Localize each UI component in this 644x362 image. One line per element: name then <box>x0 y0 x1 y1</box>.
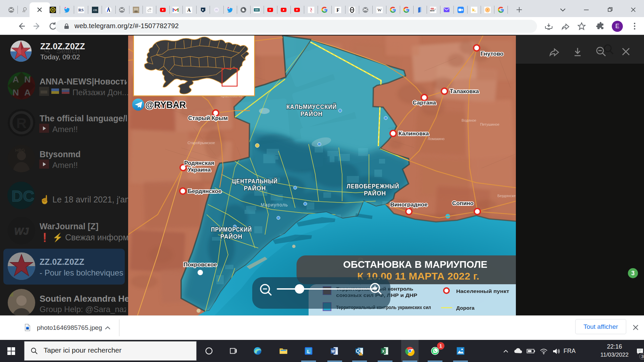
svg-text:Старый Крым: Старый Крым <box>188 115 228 121</box>
svg-text:N: N <box>24 74 31 84</box>
svg-text:СтароКрымское: СтароКрымское <box>187 141 215 145</box>
svg-text:Петушиное: Петушиное <box>480 122 499 126</box>
svg-text:ЛЕВОБЕРЕЖНЫЙ: ЛЕВОБЕРЕЖНЫЙ <box>347 183 399 190</box>
svg-text:WAR: WAR <box>430 10 434 12</box>
svg-text:R: R <box>16 115 26 131</box>
svg-text:.C: .C <box>434 9 436 10</box>
svg-text:Дорога: Дорога <box>456 305 475 311</box>
svg-text:ОБСТАНОВКА В МАРИУПОЛЕ: ОБСТАНОВКА В МАРИУПОЛЕ <box>343 259 487 270</box>
svg-text:A: A <box>24 87 31 98</box>
svg-text:CIC: CIC <box>255 9 259 11</box>
svg-text:РАЙОН: РАЙОН <box>301 110 323 117</box>
svg-text:РАЙОН: РАЙОН <box>220 233 243 240</box>
svg-text:k.: k. <box>472 7 476 12</box>
svg-text:F: F <box>336 7 339 13</box>
svg-text:X: X <box>382 349 385 353</box>
svg-text:R: R <box>52 8 54 12</box>
svg-text:Калиновка: Калиновка <box>398 130 429 137</box>
svg-text:Гнутово: Гнутово <box>481 51 503 57</box>
svg-text:Ломакино: Ломакино <box>428 137 444 141</box>
svg-text:N: N <box>12 87 19 98</box>
svg-text:L: L <box>307 349 310 354</box>
svg-text:W: W <box>331 349 335 353</box>
svg-text:DC: DC <box>11 187 34 205</box>
svg-text:Украина: Украина <box>188 167 211 173</box>
svg-text:Бердянское: Бердянское <box>188 188 221 194</box>
svg-text:Бердянске: Бердянске <box>497 194 516 198</box>
svg-text:РАЙОН: РАЙОН <box>364 190 386 197</box>
svg-text:Сопино: Сопино <box>452 200 474 206</box>
svg-text:Покровское: Покровское <box>183 261 217 268</box>
svg-text:HBG: HBG <box>15 148 25 153</box>
svg-text:КАЛЬМИУССКИЙ: КАЛЬМИУССКИЙ <box>286 103 337 110</box>
svg-text:@RYBAR: @RYBAR <box>145 100 186 110</box>
svg-text:Родянская: Родянская <box>184 160 214 166</box>
svg-text:Населенный пункт: Населенный пункт <box>456 288 509 294</box>
svg-text:A: A <box>187 7 191 13</box>
svg-text:ПРИМОРСКИЙ: ПРИМОРСКИЙ <box>211 226 252 233</box>
svg-text:Талаковка: Талаковка <box>450 88 479 95</box>
svg-text:WJ: WJ <box>14 226 29 237</box>
svg-text:ЦЕНТРАЛЬНЫЙ: ЦЕНТРАЛЬНЫЙ <box>232 178 278 185</box>
svg-text:!: ! <box>361 353 362 356</box>
svg-text:РАЙОН: РАЙОН <box>244 185 266 192</box>
svg-text:cm: cm <box>93 8 97 12</box>
svg-text:Водяное: Водяное <box>462 118 476 122</box>
svg-text:Виноградное: Виноградное <box>390 201 427 208</box>
svg-text:A: A <box>12 74 19 84</box>
svg-text:RS: RS <box>78 8 84 12</box>
svg-text:Мариуполь: Мариуполь <box>261 202 288 207</box>
svg-text:W: W <box>377 7 382 12</box>
svg-text:Сартана: Сартана <box>413 100 436 106</box>
svg-text:ANTI: ANTI <box>431 8 434 10</box>
